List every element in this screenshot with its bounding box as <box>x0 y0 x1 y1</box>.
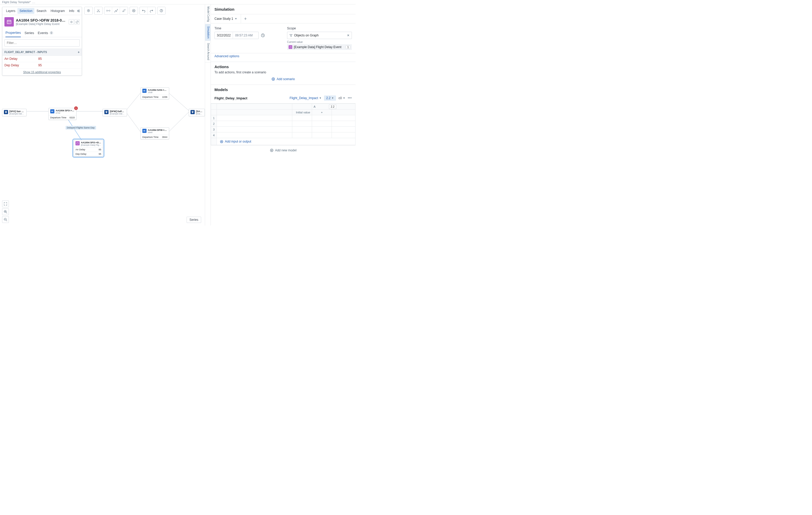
svg-point-16 <box>116 11 117 12</box>
collapse-panel-icon[interactable] <box>76 8 80 13</box>
tab-search[interactable]: Search <box>34 8 49 14</box>
models-heading: Models <box>211 85 355 93</box>
tab-info[interactable]: Info <box>67 8 76 14</box>
row-header[interactable]: 2 <box>211 121 217 127</box>
subtab-series[interactable]: Series <box>25 29 34 37</box>
open-object-button[interactable] <box>75 19 80 25</box>
zoom-controls <box>2 201 9 223</box>
svg-point-9 <box>88 10 89 11</box>
svg-line-25 <box>169 93 189 111</box>
add-model-button[interactable]: Add new model <box>211 145 355 155</box>
calendar-icon <box>289 45 292 49</box>
svg-point-20 <box>161 11 162 12</box>
events-count-badge: 0 <box>50 31 54 35</box>
model-version-dropdown[interactable]: 2.2▼ <box>324 95 336 101</box>
svg-point-14 <box>114 12 115 12</box>
clear-scope-icon[interactable]: ✕ <box>347 34 350 37</box>
svg-point-1 <box>8 22 8 22</box>
model-column-dropdown[interactable]: c0▼ <box>339 96 345 100</box>
row-header[interactable]: 4 <box>211 132 217 138</box>
chevron-down-icon[interactable]: ▼ <box>235 18 237 20</box>
svg-point-15 <box>115 10 116 11</box>
fit-screen-icon[interactable] <box>2 201 9 207</box>
properties-filter-input[interactable] <box>4 39 80 47</box>
node-flight-aa1004[interactable]: 1 AA1004 SFO->DFW 2018… 0732 Departure T… <box>49 108 77 120</box>
link-icon[interactable] <box>104 7 112 14</box>
selection-panel: Layers Selection Search Histogram Info A… <box>2 7 82 76</box>
add-case-button[interactable] <box>241 14 250 23</box>
add-input-output-button[interactable]: Add input or output <box>219 138 354 145</box>
edge-label[interactable]: Delayed Flights Same Day <box>65 126 96 129</box>
col-header-a[interactable]: A <box>312 104 332 110</box>
model-dropdown-impact[interactable]: Flight_Delay_Impact▼ <box>290 96 321 100</box>
side-rail: Model Config Simulation Search Around <box>205 4 210 225</box>
clear-icon[interactable] <box>130 7 138 14</box>
record-icon[interactable] <box>85 7 92 14</box>
selected-object-title: AA1004 SFO->DFW 2018-06-09… <box>16 18 67 22</box>
show-more-properties[interactable]: Show 15 additional properties <box>2 69 82 75</box>
time-input[interactable]: 3/22/2022 09:57:23 AM <box>214 32 259 39</box>
svg-point-2 <box>9 22 9 22</box>
clock-icon[interactable] <box>261 33 265 37</box>
zoom-out-icon[interactable] <box>2 216 9 223</box>
node-flight-aa1064-sandfw[interactable]: AA1064 SAN->DFW 2018… 1538 Departure Tim… <box>141 87 169 99</box>
svg-point-4 <box>8 23 8 23</box>
scope-current-label: Current value <box>287 40 352 43</box>
series-toggle[interactable]: Series <box>186 217 201 223</box>
svg-line-24 <box>126 112 141 132</box>
leaf-icon[interactable] <box>120 7 128 14</box>
cut-icon[interactable] <box>94 7 102 14</box>
row-header[interactable]: 3 <box>211 127 217 132</box>
svg-point-17 <box>117 9 118 10</box>
svg-point-3 <box>10 22 10 22</box>
breadcrumb-more[interactable]: ... <box>32 1 35 4</box>
svg-point-13 <box>109 10 110 11</box>
scope-count: 1 <box>346 46 350 49</box>
path-icon[interactable] <box>112 7 120 14</box>
node-airport-dfw[interactable]: [DFW] Dallas/Fort W… [Example Data] Airp… <box>103 109 127 116</box>
rail-simulation[interactable]: Simulation <box>205 24 210 41</box>
advanced-options-link[interactable]: Advanced options <box>211 53 355 62</box>
svg-point-11 <box>99 11 100 12</box>
scope-label: Scope <box>287 27 352 30</box>
canvas-toolbar <box>84 7 166 14</box>
property-row[interactable]: Dep Delay 95 <box>2 62 82 69</box>
node-event-selected[interactable]: AA1004 SFO->DFW 2018… [Example Data] Fli… <box>74 140 103 156</box>
focus-object-button[interactable] <box>69 19 74 25</box>
model-more-icon[interactable]: ••• <box>348 96 352 100</box>
col-header-initial[interactable]: Initial value <box>292 110 312 115</box>
scope-selector[interactable]: Objects on Graph ✕ <box>287 32 352 39</box>
add-property-icon[interactable]: + <box>78 50 80 54</box>
simulation-heading: Simulation <box>211 4 355 14</box>
svg-point-10 <box>97 11 98 12</box>
tab-histogram[interactable]: Histogram <box>49 8 67 14</box>
redo-icon[interactable] <box>148 7 155 14</box>
pin-icon <box>191 110 195 114</box>
model-sheet[interactable]: A Initial value + 1 2 3 4 <box>211 103 355 145</box>
add-scenario-button[interactable]: Add scenario <box>211 77 355 85</box>
zoom-in-icon[interactable] <box>2 208 9 215</box>
tab-selection[interactable]: Selection <box>18 8 34 14</box>
property-row[interactable]: Arr Delay 85 <box>2 56 82 62</box>
svg-line-23 <box>126 93 141 111</box>
node-airport-san[interactable]: [SAN] San Diego In… [Example Data] Airpo… <box>189 109 205 116</box>
model-name: Flight_Delay_Impact <box>214 96 247 100</box>
filter-icon <box>289 34 292 37</box>
node-airport-sfo[interactable]: [SFO] San Francisco … [Example Data] Air… <box>2 109 27 116</box>
scope-current-value[interactable]: [Example Data] Flight Delay Event 1 <box>287 44 352 50</box>
graph-canvas[interactable]: Layers Selection Search Histogram Info A… <box>0 4 205 225</box>
help-icon[interactable] <box>157 7 165 14</box>
subtab-events[interactable]: Events 0 <box>38 29 53 37</box>
row-header[interactable]: 1 <box>211 115 217 121</box>
tab-layers[interactable]: Layers <box>4 8 18 14</box>
rail-model-config[interactable]: Model Config <box>205 4 210 24</box>
rail-search-around[interactable]: Search Around <box>205 41 210 62</box>
add-column-button[interactable]: + <box>312 110 332 115</box>
svg-rect-32 <box>290 46 291 48</box>
node-flight-aa1064-dfwsan[interactable]: AA1064 DFW->SAN 2018… 0944 Departure Tim… <box>141 127 169 140</box>
svg-rect-28 <box>77 143 79 144</box>
undo-icon[interactable] <box>140 7 148 14</box>
subtab-properties[interactable]: Properties <box>5 29 21 37</box>
case-study-tab[interactable]: Case Study 1 ▼ <box>211 14 241 23</box>
property-group-header[interactable]: FLIGHT_DELAY_IMPACT - INPUTS + <box>2 49 82 56</box>
